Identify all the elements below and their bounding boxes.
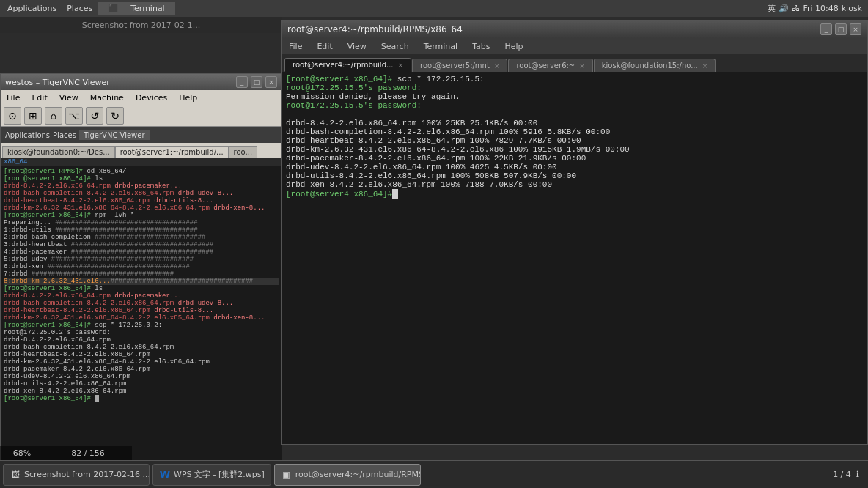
term-line-pw2: root@172.25.15.5's password: [286, 101, 863, 110]
terminal-window-title: root@server4:~/rpmbuild/RPMS/x86_64 [287, 24, 463, 34]
devices-menu[interactable]: Devices [133, 92, 170, 103]
vnc-line-2: [root@server1 x86_64]# ls [4, 175, 279, 182]
network-icon: 🖧 [792, 4, 800, 13]
vnc-line-preparing: Preparing... ###########################… [4, 219, 279, 226]
minimize-button[interactable]: _ [236, 76, 248, 88]
taskbar-item-wps[interactable]: W WPS 文字 - [集群2.wps] [152, 464, 271, 486]
terminal-tb-label: root@server4:~/rpmbuild/RPMS/... [295, 470, 421, 479]
tigervnc-title: westos – TigerVNC Viewer [5, 78, 110, 87]
taskbar-item-terminal[interactable]: ▣ root@server4:~/rpmbuild/RPMS/... [274, 464, 421, 486]
menu-view[interactable]: View [345, 40, 369, 53]
volume-icon[interactable]: 🔊 [779, 4, 789, 13]
tab-server6[interactable]: root@server6:~ × [508, 59, 592, 72]
tab-kiosk-close[interactable]: × [702, 62, 708, 70]
toolbar-btn-1[interactable]: ⊙ [4, 107, 21, 125]
vnc-line-7: [root@server1 x86_64]# rpm -lvh * [4, 212, 279, 219]
tab-server5[interactable]: root@server5:/mnt × [412, 59, 507, 72]
system-apps: Applications Places ⬛ Terminal [0, 2, 175, 15]
maximize-button[interactable]: □ [251, 76, 262, 88]
term-file-8: drbd-xen-8.4.2-2.el6.x86_64.rpm 100% 718… [286, 180, 863, 189]
vnc-inner-apps-group: Applications Places [5, 131, 76, 139]
toolbar-btn-3[interactable]: ⌂ [45, 107, 62, 125]
taskbar: 🖼 Screenshot from 2017-02-16 ... W WPS 文… [0, 460, 868, 488]
term-line-blank [286, 110, 863, 119]
terminal-title: Terminal [126, 2, 169, 15]
user-indicator: kiosk [842, 4, 862, 13]
terminal-close[interactable]: × [850, 23, 861, 35]
terminal-win-controls: _ □ × [820, 23, 861, 35]
term-file-4: drbd-km-2.6.32_431.el6.x86_64-8.4.2-2.el… [286, 145, 863, 154]
vnc-line-f3: drbd-heartbeat-8.4.2-2.el6.x86_64.rpm dr… [4, 307, 279, 314]
term-line-cmd: [root@server4 x86_64]# scp * 172.25.15.5… [286, 75, 863, 84]
term-prompt-end: [root@server4 x86_64]# [286, 189, 863, 199]
view-menu[interactable]: View [56, 92, 81, 103]
vnc-tabs: kiosk@foundation0:~/Des... root@server1:… [1, 143, 282, 158]
close-button[interactable]: × [265, 76, 277, 88]
vnc-line-4: drbd-bash-completion-8.4.2-2.el6.x86_64.… [4, 190, 279, 197]
vnc-line-pkg5: 5:drbd-udev ############################… [4, 256, 279, 263]
tigervnc-toolbar: ⊙ ⊞ ⌂ ⌥ ↺ ↻ [1, 105, 282, 127]
toolbar-btn-rotate-l[interactable]: ↺ [86, 107, 103, 125]
terminal-indicator: ⬛ Terminal [98, 2, 175, 15]
vnc-line-f1: drbd-8.4.2-2.el6.x86_64.rpm drbd-pacemak… [4, 292, 279, 300]
tab-server5-close[interactable]: × [494, 62, 500, 70]
terminal-menubar: File Edit View Search Terminal Tabs Help [282, 38, 867, 54]
terminal-window: root@server4:~/rpmbuild/RPMS/x86_64 _ □ … [281, 20, 868, 445]
vnc-terminal-content[interactable]: [root@server1 RPMS]# cd x86_64/ [root@se… [1, 166, 282, 488]
zoom-indicator: 68% [0, 446, 44, 460]
term-file-1: drbd-8.4.2-2.el6.x86_64.rpm 100% 25KB 25… [286, 119, 863, 127]
terminal-content[interactable]: [root@server4 x86_64]# scp * 172.25.15.5… [282, 72, 867, 444]
terminal-minimize[interactable]: _ [820, 23, 832, 35]
clock: Fri 10:48 [803, 4, 838, 13]
vnc-line-pkg3: 3:drbd-heartbeat #######################… [4, 241, 279, 248]
file-menu[interactable]: File [4, 92, 23, 103]
term-file-6: drbd-udev-8.4.2-2.el6.x86_64.rpm 100% 46… [286, 163, 863, 171]
vnc-file-3: drbd-heartbeat-8.4.2-2.el6.x86_64.rpm [4, 351, 279, 358]
tab-server4[interactable]: root@server4:~/rpmbuild... × [284, 58, 411, 72]
system-tray: 英 🔊 🖧 Fri 10:48 kiosk [768, 3, 868, 14]
terminal-titlebar: root@server4:~/rpmbuild/RPMS/x86_64 _ □ … [282, 21, 867, 38]
menu-search[interactable]: Search [378, 40, 412, 53]
terminal-tabs: root@server4:~/rpmbuild... × root@server… [282, 54, 867, 72]
tab-server4-close[interactable]: × [398, 62, 404, 69]
term-file-3: drbd-heartbeat-8.4.2-2.el6.x86_64.rpm 10… [286, 136, 863, 145]
vnc-file-4: drbd-km-2.6.32_431.el6.x86_64-8.4.2-2.el… [4, 358, 279, 366]
vnc-inner-applications[interactable]: Applications [5, 131, 50, 139]
toolbar-btn-4[interactable]: ⌥ [65, 107, 83, 125]
toolbar-btn-2[interactable]: ⊞ [24, 107, 42, 125]
machine-menu[interactable]: Machine [87, 92, 127, 103]
vnc-tab-server1[interactable]: root@server1:~/rpmbuild/... [115, 146, 229, 158]
vnc-tab-server-short[interactable]: roo... [229, 146, 258, 158]
menu-terminal[interactable]: Terminal [421, 40, 461, 53]
vnc-line-pkg6: 6:drbd-xen #############################… [4, 263, 279, 270]
edit-menu[interactable]: Edit [29, 92, 50, 103]
menu-tabs[interactable]: Tabs [469, 40, 493, 53]
tab-server6-close[interactable]: × [579, 62, 585, 70]
vnc-line-ls2: [root@server1 x86_64]# ls [4, 285, 279, 292]
toolbar-btn-rotate-r[interactable]: ↻ [106, 107, 124, 125]
vnc-file-1: drbd-8.4.2-2.el6.x86_64.rpm [4, 336, 279, 344]
vnc-tab-kiosk[interactable]: kiosk@foundation0:~/Des... [2, 146, 115, 158]
places-menu[interactable]: Places [62, 2, 97, 15]
tab-kiosk-foundation[interactable]: kiosk@foundation15:/ho... × [594, 59, 716, 72]
vnc-file-5: drbd-pacemaker-8.4.2-2.el6.x86_64.rpm [4, 366, 279, 373]
vnc-line-pkg7: 7:drbd #################################… [4, 270, 279, 278]
menu-help[interactable]: Help [502, 40, 526, 53]
term-file-5: drbd-pacemaker-8.4.2-2.el6.x86_64.rpm 10… [286, 154, 863, 163]
vnc-line-1: [root@server1 RPMS]# cd x86_64/ [4, 168, 279, 175]
vnc-line-f2: drbd-bash-completion-8.4.2-2.el6.x86_64.… [4, 300, 279, 307]
vnc-line-5: drbd-heartbeat-8.4.2-2.el6.x86_64.rpm dr… [4, 197, 279, 204]
screenshot-label: Screenshot from 2017-02-1... [0, 17, 282, 33]
vnc-inner-tigervnc: TigerVNC Viewer [79, 130, 150, 140]
taskbar-page-indicator: 1 / 4 ℹ [833, 470, 865, 479]
menu-file[interactable]: File [286, 40, 305, 53]
menu-edit[interactable]: Edit [314, 40, 335, 53]
help-menu[interactable]: Help [176, 92, 200, 103]
applications-menu[interactable]: Applications [3, 2, 61, 15]
wps-tb-icon: W [159, 469, 171, 481]
vnc-inner-places[interactable]: Places [53, 131, 76, 139]
screenshot-tb-label: Screenshot from 2017-02-16 ... [24, 470, 150, 479]
terminal-maximize[interactable]: □ [835, 23, 847, 35]
taskbar-item-screenshot[interactable]: 🖼 Screenshot from 2017-02-16 ... [3, 464, 150, 486]
vnc-line-pkg1: 1:drbd-utils ###########################… [4, 226, 279, 234]
